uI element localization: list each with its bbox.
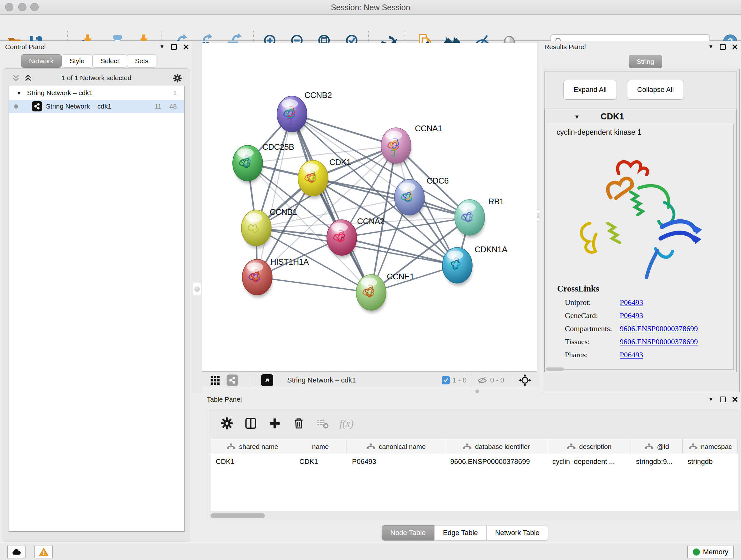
tab-select[interactable]: Select (92, 54, 127, 68)
panel-float-icon[interactable] (720, 44, 726, 50)
column-header-name[interactable]: name (294, 439, 347, 454)
left-splitter-handle[interactable] (193, 283, 201, 295)
table-cell[interactable]: CDK1 (211, 454, 294, 469)
node-CCNE1[interactable] (356, 274, 386, 313)
panel-menu-icon[interactable]: ▼ (708, 44, 714, 51)
delete-table-icon[interactable] (314, 415, 331, 432)
control-panel-tabs: Network Style Select Sets (21, 54, 156, 68)
crosslink-label: Pharos: (565, 351, 620, 359)
table-cell[interactable]: CDK1 (294, 454, 347, 469)
column-header-namespac[interactable]: namespac (683, 439, 738, 454)
table-scrollbar-thumb[interactable] (211, 513, 265, 518)
cytoscape-window: Session: New Session (0, 0, 741, 560)
control-panel: Control Panel ▼ Network Style Select Set… (0, 41, 192, 543)
table-header-row: shared namenamecanonical namedatabase id… (211, 439, 738, 454)
add-column-icon[interactable] (266, 415, 283, 432)
network-options-gear-icon[interactable] (173, 73, 182, 83)
crosslink-link[interactable]: P06493 (620, 311, 643, 320)
cloud-icon (11, 549, 21, 556)
delete-column-icon[interactable] (290, 415, 307, 432)
node-CCNA1[interactable] (381, 128, 411, 166)
toolbar-separator (249, 374, 249, 387)
edge-CCNB2-CCNA1[interactable] (292, 114, 396, 145)
node-CCNB1[interactable] (241, 210, 271, 248)
crosslink-row: GeneCard:P06493 (547, 311, 733, 320)
table-cell[interactable]: stringdb (683, 454, 738, 469)
hidden-nodes-indicator[interactable]: 0 - 0 (477, 372, 504, 388)
node-RB1[interactable] (455, 199, 485, 238)
node-CCNB2[interactable] (277, 96, 307, 134)
panel-close-icon[interactable] (183, 44, 189, 50)
cdk1-entry-header[interactable]: ▼ CDK1 (545, 109, 736, 124)
node-label-CDKN1A: CDKN1A (475, 245, 508, 254)
grid-view-icon[interactable] (210, 372, 220, 388)
table-cell[interactable]: 9606.ENSP00000378699 (445, 454, 547, 469)
memory-button[interactable]: Memory (687, 546, 734, 558)
left-splitter[interactable] (192, 41, 202, 393)
crosslink-link[interactable]: P06493 (620, 351, 643, 359)
tree-expander-icon[interactable]: ▼ (17, 90, 21, 96)
column-tree-icon (566, 443, 576, 450)
expand-all-button[interactable]: Expand All (563, 80, 617, 100)
node-HIST1H1A[interactable] (242, 259, 272, 298)
show-columns-icon[interactable] (242, 415, 259, 432)
table-gear-icon[interactable] (218, 415, 235, 432)
status-bar: Memory (0, 543, 741, 560)
crosslink-label: Compartments: (565, 324, 620, 333)
panel-menu-icon[interactable]: ▼ (708, 396, 714, 403)
warning-button[interactable] (35, 546, 53, 558)
edge-HIST1H1A-CCNE1[interactable] (257, 277, 371, 293)
tab-edge-table[interactable]: Edge Table (434, 525, 487, 541)
column-header-shared-name[interactable]: shared name (211, 439, 294, 454)
column-header-database-identifier[interactable]: database identifier (445, 439, 547, 454)
network-current-dot-icon (14, 105, 18, 109)
birds-eye-view-icon[interactable] (261, 372, 273, 388)
node-CCNA2[interactable] (327, 220, 357, 258)
node-CDKN1A[interactable] (442, 247, 472, 286)
crosslink-link[interactable]: P06493 (620, 298, 643, 307)
table-row[interactable]: CDK1CDK1P064939606.ENSP00000378699cyclin… (211, 454, 738, 469)
results-scrollbar-thumb[interactable] (546, 368, 564, 371)
table-cell[interactable]: stringdb:9... (631, 454, 683, 469)
string-view-icon[interactable] (226, 372, 238, 388)
tab-sets[interactable]: Sets (127, 54, 156, 68)
crosslink-link[interactable]: 9606.ENSP00000378699 (620, 337, 698, 346)
tab-network[interactable]: Network (21, 54, 62, 68)
network-row-selected[interactable]: String Network – cdk1 11 48 (9, 100, 185, 113)
node-label-CDC25B: CDC25B (262, 142, 294, 152)
navigate-crosshair-icon[interactable] (518, 372, 532, 388)
crosslink-link[interactable]: 9606.ENSP00000378699 (620, 324, 698, 333)
collapse-all-button[interactable]: Collapse All (627, 80, 684, 100)
node-CDC25B[interactable] (232, 145, 263, 184)
panel-close-icon[interactable] (732, 396, 738, 402)
panel-menu-icon[interactable]: ▼ (159, 44, 165, 51)
panel-float-icon[interactable] (171, 44, 177, 50)
node-CDK1[interactable] (298, 160, 328, 199)
network-canvas[interactable]: CCNB2CCNA1CDC25BCDK1CDC6RB1CCNB1CCNA2CDK… (202, 43, 537, 371)
column-header-description[interactable]: description (547, 439, 631, 454)
cloud-button[interactable] (7, 546, 25, 558)
column-tree-icon (366, 443, 376, 450)
function-builder-icon[interactable]: f(x) (338, 415, 355, 432)
tab-network-table[interactable]: Network Table (487, 525, 548, 541)
edge-CCNB2-HIST1H1A[interactable] (257, 114, 292, 277)
network-view-title: String Network – cdk1 (287, 372, 356, 388)
tab-style[interactable]: Style (62, 54, 92, 68)
tab-node-table[interactable]: Node Table (382, 525, 434, 541)
crosslink-label: Uniprot: (565, 298, 620, 307)
horizontal-splitter-handle[interactable] (475, 389, 479, 393)
right-splitter[interactable] (537, 41, 539, 393)
network-collection-row[interactable]: ▼ String Network – cdk1 1 (9, 86, 185, 100)
selected-nodes-indicator[interactable]: 1 - 0 (442, 372, 467, 388)
table-cell[interactable]: cyclin–dependent ... (547, 454, 631, 469)
panel-float-icon[interactable] (720, 396, 726, 402)
tab-string-results[interactable]: String (629, 55, 662, 68)
entry-collapse-icon[interactable]: ▼ (574, 114, 580, 120)
table-cell[interactable]: P06493 (347, 454, 445, 469)
node-label-CCNA1: CCNA1 (415, 124, 442, 133)
column-tree-icon (226, 443, 236, 450)
panel-close-icon[interactable] (732, 44, 738, 50)
column-header--id[interactable]: @id (631, 439, 683, 454)
column-header-canonical-name[interactable]: canonical name (347, 439, 445, 454)
cdk1-entry-content: cyclin-dependent kinase 1 (547, 124, 734, 370)
